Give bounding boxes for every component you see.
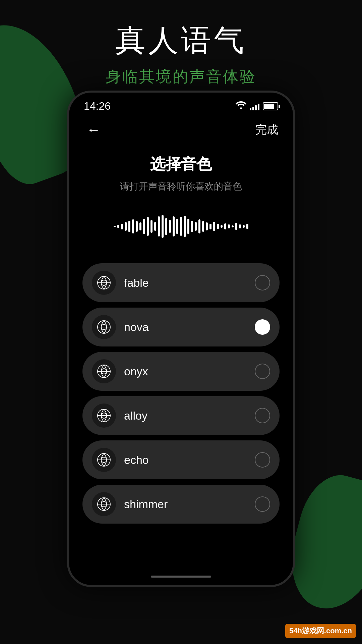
voice-icon-fable — [92, 271, 116, 295]
voice-icon-echo — [92, 448, 116, 472]
voice-name-fable: fable — [124, 276, 255, 289]
radio-nova[interactable] — [255, 319, 270, 335]
voice-name-echo: echo — [124, 453, 255, 467]
voice-name-shimmer: shimmer — [124, 498, 255, 511]
phone-screen: 14:26 — [69, 93, 293, 585]
header-title: 真人语气 — [0, 20, 362, 61]
back-button[interactable]: ← — [84, 119, 103, 141]
voice-item-fable[interactable]: fable — [82, 263, 280, 302]
voice-icon-alloy — [92, 404, 116, 428]
battery-icon — [263, 102, 278, 110]
voice-icon-shimmer — [92, 492, 116, 516]
voice-item-onyx[interactable]: onyx — [82, 352, 280, 391]
voice-icon-onyx — [92, 359, 116, 383]
radio-shimmer[interactable] — [255, 496, 270, 512]
voice-name-alloy: alloy — [124, 409, 255, 422]
voice-item-echo[interactable]: echo — [82, 440, 280, 479]
home-indicator — [69, 568, 293, 585]
page-title: 选择音色 — [150, 154, 212, 175]
voice-name-onyx: onyx — [124, 365, 255, 378]
voice-list: fable nova — [82, 263, 280, 524]
radio-alloy[interactable] — [255, 408, 270, 423]
waveform — [114, 213, 248, 240]
status-icons — [236, 101, 278, 112]
voice-name-nova: nova — [124, 321, 255, 334]
header-section: 真人语气 身临其境的声音体验 — [0, 20, 362, 87]
waveform-container — [82, 210, 280, 243]
phone-mockup: 14:26 — [67, 91, 295, 587]
voice-item-nova[interactable]: nova — [82, 308, 280, 346]
header-subtitle: 身临其境的声音体验 — [0, 66, 362, 87]
nav-bar: ← 完成 — [69, 116, 293, 147]
watermark: 54h游戏网.com.cn — [285, 624, 356, 638]
page-content: 选择音色 请打开声音聆听你喜欢的音色 fable — [69, 147, 293, 568]
signal-icon — [250, 102, 259, 110]
wifi-icon — [236, 101, 246, 112]
voice-item-shimmer[interactable]: shimmer — [82, 485, 280, 524]
status-time: 14:26 — [84, 100, 111, 112]
voice-icon-nova — [92, 315, 116, 339]
radio-fable[interactable] — [255, 275, 270, 290]
page-subtitle: 请打开声音聆听你喜欢的音色 — [120, 180, 242, 193]
done-button[interactable]: 完成 — [255, 122, 278, 138]
status-bar: 14:26 — [69, 93, 293, 116]
voice-item-alloy[interactable]: alloy — [82, 396, 280, 435]
home-bar — [151, 576, 211, 578]
radio-onyx[interactable] — [255, 364, 270, 379]
radio-echo[interactable] — [255, 452, 270, 468]
